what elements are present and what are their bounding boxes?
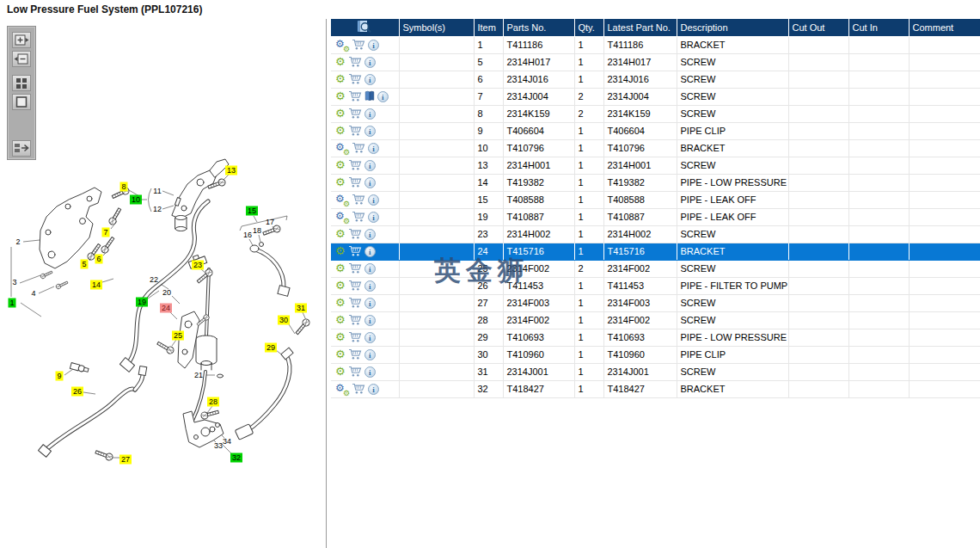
gear-icon[interactable]: ⚙	[335, 176, 346, 188]
info-icon[interactable]: i	[364, 332, 376, 343]
gear-icon[interactable]: ⚙	[335, 280, 346, 292]
gear-icon[interactable]: ⚙	[335, 56, 346, 68]
info-icon[interactable]: i	[364, 315, 376, 326]
diagram-callout-3[interactable]: 3	[10, 278, 18, 287]
gear-icon[interactable]: ⚙	[335, 245, 346, 257]
column-header-qty[interactable]: Qty.	[574, 19, 603, 36]
diagram-callout-13[interactable]: 13	[225, 166, 237, 175]
diagram-callout-4[interactable]: 4	[29, 289, 37, 299]
add-to-cart-icon[interactable]	[348, 228, 362, 241]
add-to-cart-icon[interactable]	[348, 176, 362, 189]
zoom-region-button[interactable]	[12, 94, 31, 110]
diagram-callout-19[interactable]: 19	[136, 298, 148, 307]
table-row-item-29[interactable]: ⚙i29T4106931T410693PIPE - LOW PRESSURE F…	[331, 329, 980, 346]
info-icon[interactable]: i	[364, 108, 376, 120]
table-row-item-26[interactable]: ⚙i26T4114531T411453PIPE - FILTER TO PUMP	[331, 277, 980, 294]
add-to-cart-icon[interactable]	[348, 245, 362, 258]
diagram-callout-21[interactable]: 21	[193, 371, 205, 380]
info-icon[interactable]: i	[377, 91, 389, 102]
info-icon[interactable]: i	[368, 384, 379, 395]
table-row-item-28[interactable]: ⚙i282314F00212314F002SCREW	[331, 311, 980, 329]
diagram-callout-26[interactable]: 26	[71, 387, 83, 397]
gear-icon[interactable]: ⚙	[335, 159, 346, 171]
table-row-item-8[interactable]: ⚙i82314K15922314K159SCREW	[331, 105, 980, 122]
diagram-callout-8[interactable]: 8	[119, 182, 127, 192]
info-icon[interactable]: i	[364, 280, 376, 292]
info-icon[interactable]: i	[364, 298, 376, 309]
gear-pair-icon[interactable]: ⚙⚙	[335, 142, 349, 155]
diagram-callout-24[interactable]: 24	[160, 304, 172, 313]
diagram-callout-10[interactable]: 10	[130, 195, 142, 205]
add-to-cart-icon[interactable]	[348, 331, 362, 344]
add-to-cart-icon[interactable]	[352, 142, 365, 155]
diagram-callout-1[interactable]: 1	[8, 299, 15, 308]
zoom-out-button[interactable]	[12, 51, 31, 67]
diagram-callout-18[interactable]: 18	[251, 226, 263, 236]
table-row-item-7[interactable]: ⚙i72314J00422314J004SCREW	[331, 88, 980, 105]
add-to-cart-icon[interactable]	[348, 159, 362, 172]
gear-pair-icon[interactable]: ⚙⚙	[335, 211, 349, 224]
diagram-callout-28[interactable]: 28	[207, 397, 219, 407]
column-header-item[interactable]: Item	[474, 19, 503, 36]
table-row-item-31[interactable]: ⚙i312314J00112314J001SCREW	[331, 363, 980, 380]
add-to-cart-icon[interactable]	[348, 125, 362, 138]
diagram-callout-32[interactable]: 32	[230, 453, 242, 463]
gear-pair-icon[interactable]: ⚙⚙	[335, 39, 349, 52]
add-to-cart-icon[interactable]	[348, 262, 362, 275]
info-icon[interactable]: i	[368, 40, 379, 51]
add-to-cart-icon[interactable]	[348, 56, 362, 69]
column-header-desc[interactable]: Description	[677, 19, 788, 36]
add-to-cart-icon[interactable]	[348, 73, 362, 86]
info-icon[interactable]: i	[364, 74, 376, 85]
table-row-item-5[interactable]: ⚙i52314H01712314H017SCREW	[331, 53, 980, 71]
diagram-callout-31[interactable]: 31	[295, 304, 307, 313]
gear-icon[interactable]: ⚙	[335, 108, 346, 120]
info-icon[interactable]: i	[364, 366, 376, 378]
diagram-callout-9[interactable]: 9	[55, 372, 63, 381]
add-to-cart-icon[interactable]	[352, 194, 365, 206]
info-icon[interactable]: i	[364, 246, 376, 257]
add-to-cart-icon[interactable]	[352, 39, 365, 52]
add-to-cart-icon[interactable]	[352, 383, 365, 396]
add-to-cart-icon[interactable]	[348, 297, 362, 310]
diagram-callout-27[interactable]: 27	[119, 455, 132, 465]
column-header-comment[interactable]: Comment	[909, 19, 980, 36]
diagram-callout-7[interactable]: 7	[101, 228, 109, 237]
diagram-callout-14[interactable]: 14	[90, 280, 102, 290]
diagram-callout-29[interactable]: 29	[265, 343, 277, 353]
diagram-callout-6[interactable]: 6	[95, 255, 102, 264]
column-header-parts_no[interactable]: Parts No.	[503, 19, 574, 36]
table-row-item-23[interactable]: ⚙i232314H00212314H002SCREW	[331, 225, 980, 243]
table-row-item-32[interactable]: ⚙⚙i32T4184271T418427BRACKET	[331, 380, 980, 397]
info-icon[interactable]: i	[368, 212, 379, 223]
gear-pair-icon[interactable]: ⚙⚙	[335, 383, 349, 396]
table-row-item-10[interactable]: ⚙⚙i10T4107961T410796BRACKET	[331, 139, 980, 157]
info-icon[interactable]: i	[364, 57, 376, 68]
table-row-item-24[interactable]: ⚙i24T4157161T415716BRACKET	[331, 243, 980, 260]
table-row-item-9[interactable]: ⚙i9T4066041T406604PIPE CLIP	[331, 122, 980, 139]
add-to-cart-icon[interactable]	[348, 348, 362, 361]
zoom-in-button[interactable]	[12, 32, 31, 48]
diagram-callout-20[interactable]: 20	[161, 288, 173, 298]
gear-icon[interactable]: ⚙	[335, 73, 346, 85]
catalog-book-icon[interactable]	[364, 90, 375, 103]
add-to-cart-icon[interactable]	[348, 314, 362, 327]
table-row-item-15[interactable]: ⚙⚙i15T4085881T408588PIPE - LEAK OFF	[331, 191, 980, 208]
gear-icon[interactable]: ⚙	[335, 314, 346, 326]
gear-icon[interactable]: ⚙	[335, 297, 346, 309]
gear-icon[interactable]: ⚙	[335, 366, 346, 378]
table-row-item-30[interactable]: ⚙i30T4109601T410960PIPE CLIP	[331, 346, 980, 363]
column-header-tools[interactable]	[331, 19, 399, 36]
add-to-cart-icon[interactable]	[348, 280, 362, 292]
gear-icon[interactable]: ⚙	[335, 90, 346, 102]
diagram-callout-2[interactable]: 2	[14, 237, 21, 247]
info-icon[interactable]: i	[368, 194, 379, 206]
diagram-callout-15[interactable]: 15	[246, 206, 258, 216]
diagram-callout-30[interactable]: 30	[278, 316, 290, 325]
info-icon[interactable]: i	[364, 126, 376, 137]
info-icon[interactable]: i	[364, 263, 376, 274]
overview-tiles-button[interactable]	[12, 75, 31, 91]
diagram-callout-23[interactable]: 23	[192, 261, 204, 270]
diagram-callout-17[interactable]: 17	[264, 218, 276, 227]
diagram-callout-12[interactable]: 12	[151, 205, 163, 214]
